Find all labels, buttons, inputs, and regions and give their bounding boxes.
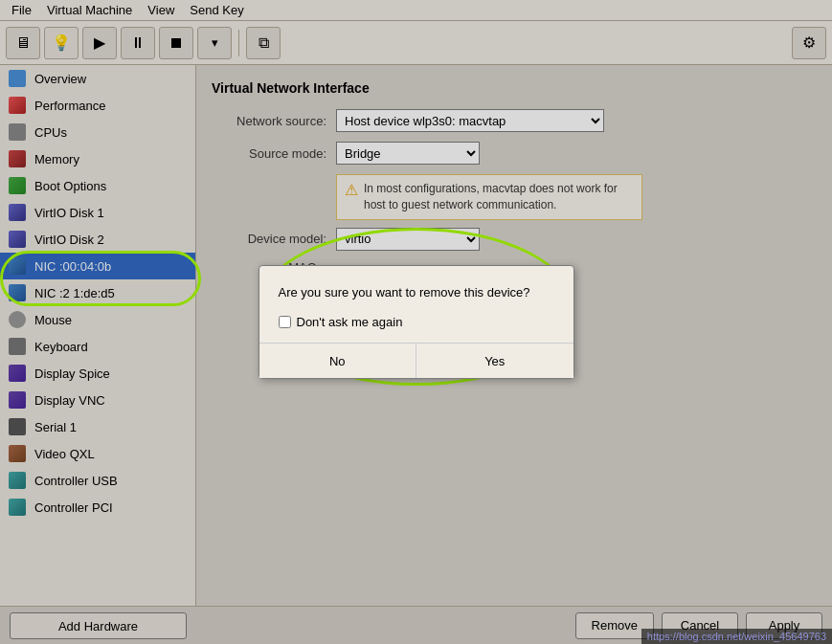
confirm-dialog: Are you sure you want to remove this dev… [259, 265, 574, 379]
dont-ask-checkbox[interactable] [279, 316, 291, 328]
dont-ask-checkbox-label[interactable]: Don't ask me again [279, 315, 554, 329]
dialog-body: Are you sure you want to remove this dev… [259, 266, 573, 343]
dialog-buttons: No Yes [259, 343, 573, 378]
dialog-yes-button[interactable]: Yes [416, 344, 573, 378]
dont-ask-label: Don't ask me again [297, 315, 403, 329]
dialog-message: Are you sure you want to remove this dev… [279, 285, 554, 300]
dialog-overlay: Are you sure you want to remove this dev… [0, 0, 832, 644]
dialog-no-button[interactable]: No [259, 344, 417, 378]
